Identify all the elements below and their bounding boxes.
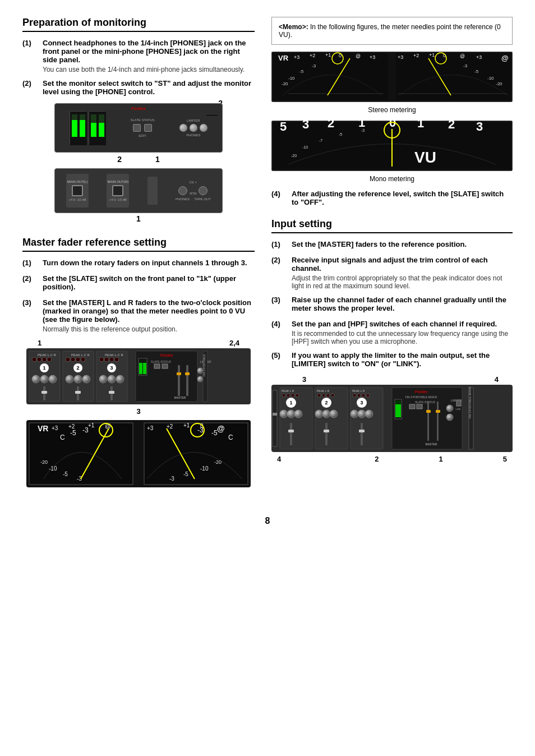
svg-text:+3: +3	[52, 425, 58, 431]
item-num: (1)	[22, 39, 38, 47]
svg-text:PEAK L R: PEAK L R	[317, 389, 330, 393]
svg-rect-150	[273, 390, 277, 446]
svg-rect-7	[91, 123, 96, 137]
callout-2b: 2	[117, 155, 122, 164]
input-bottom-callouts: 4 2 1 5	[271, 455, 513, 463]
svg-text:PEAK L C R: PEAK L C R	[38, 353, 56, 357]
svg-point-182	[362, 394, 365, 397]
svg-text:-5: -5	[70, 429, 76, 437]
svg-text:-5: -5	[339, 132, 342, 136]
limiter-label: LIMITER	[187, 119, 200, 122]
svg-point-47	[116, 375, 124, 383]
svg-text:3: 3	[110, 365, 113, 371]
svg-text:+2: +2	[413, 53, 419, 58]
phones-jack-label: PHONES	[176, 197, 190, 201]
svg-text:PEAK L C R: PEAK L C R	[71, 353, 90, 357]
item-num: (3)	[271, 296, 287, 304]
tape-out-jack	[199, 186, 207, 195]
meter-display-2	[89, 111, 105, 145]
callout-in-1: 1	[439, 455, 443, 463]
svg-text:1: 1	[417, 121, 424, 130]
mixer-side-diagram: MAIN OUT(L) +4 0 -10 dB MAIN OUT(R) +4 0…	[49, 168, 228, 223]
callout-row-1: 2 1	[49, 155, 228, 164]
item-body: You can use both the 1/4-inch and mini-p…	[43, 66, 255, 73]
item-num: (4)	[271, 320, 287, 328]
callout-3-row: 3	[26, 407, 251, 416]
svg-rect-163	[290, 423, 292, 445]
meter-area	[70, 111, 105, 145]
svg-point-157	[296, 394, 299, 397]
switch-row	[133, 124, 152, 132]
svg-point-20	[40, 375, 48, 383]
step4-num: (4)	[271, 190, 287, 198]
svg-rect-62	[185, 372, 190, 375]
svg-text:-3: -3	[197, 426, 204, 434]
svg-text:+3: +3	[370, 54, 375, 60]
list-item: (1) Connect headphones to the 1/4-inch […	[22, 39, 255, 73]
svg-point-16	[47, 357, 52, 362]
jack-row: RTN	[178, 186, 207, 195]
memo-label: <Memo>:	[279, 23, 308, 31]
slate-switch	[133, 124, 141, 132]
svg-text:-10: -10	[302, 145, 308, 149]
item-title: If you want to apply the limiter to the …	[292, 351, 513, 368]
main-out-l-label: MAIN OUT(L)	[67, 180, 88, 183]
knob1	[179, 124, 187, 132]
svg-text:+1: +1	[325, 52, 331, 58]
svg-rect-36	[75, 391, 81, 394]
svg-point-167	[317, 394, 321, 397]
svg-text:-3: -3	[463, 63, 468, 68]
item-num: (3)	[22, 298, 38, 307]
svg-text:-3: -3	[361, 128, 365, 132]
svg-text:-5: -5	[299, 69, 304, 74]
knob2	[190, 124, 197, 132]
svg-text:FM-3 PORTABLE: FM-3 PORTABLE	[202, 354, 206, 376]
mono-meter-svg: 5 3 2 1 0 1 2 3 VU -20 -10 -7 -5	[271, 121, 513, 171]
item-num: (2)	[271, 256, 287, 264]
svg-point-161	[287, 410, 295, 418]
section-master-fader: Master fader reference setting (1) Turn …	[22, 237, 255, 489]
svg-rect-190	[359, 430, 365, 432]
svg-point-32	[66, 375, 73, 383]
phones-jack	[178, 186, 187, 195]
svg-rect-196	[395, 404, 398, 417]
memo-text: In the following figures, the meter need…	[279, 23, 501, 39]
svg-text:+3: +3	[398, 54, 403, 60]
callout-1b-row: 1	[49, 214, 228, 223]
right-controls: LIMITER PHONES	[179, 119, 207, 137]
svg-text:-10: -10	[200, 465, 209, 472]
svg-text:+1: +1	[183, 422, 190, 428]
callout-in-4b: 4	[277, 455, 281, 463]
svg-point-45	[99, 375, 107, 383]
item-num: (1)	[22, 259, 38, 267]
svg-text:-5: -5	[474, 69, 479, 74]
svg-rect-200	[409, 404, 415, 409]
svg-point-66	[197, 376, 203, 382]
slate-label: SLATE STATUS	[130, 118, 154, 122]
svg-text:PEAK L R: PEAK L R	[282, 389, 294, 393]
svg-rect-4	[80, 120, 85, 137]
step4-title: After adjusting the reference level, swi…	[292, 190, 513, 206]
svg-text:2: 2	[328, 121, 334, 130]
svg-text:VR: VR	[38, 424, 48, 433]
side-output-r: MAIN OUT(R) +4 0 -10 dB	[107, 174, 129, 208]
svg-text:@: @	[460, 53, 465, 59]
stereo-meter-container: VR +3 +2 +1 0 @ +3 @ +3 +2 +1 0	[271, 52, 513, 114]
svg-point-188	[365, 410, 373, 418]
svg-rect-151	[273, 413, 277, 416]
svg-point-175	[330, 410, 338, 418]
rtn-label: RTN	[190, 192, 196, 195]
callout-line-2	[206, 115, 218, 116]
callout-in-2: 2	[375, 455, 379, 463]
svg-point-183	[366, 394, 370, 397]
xlr-out-l	[72, 185, 83, 196]
svg-rect-198	[398, 404, 401, 417]
svg-text:FM-3 PORTABLE MIXER: FM-3 PORTABLE MIXER	[405, 395, 437, 399]
mixer-top-diagram: 2 Fostex	[49, 103, 228, 164]
knob3	[200, 124, 207, 132]
list-item: (4) Set the pan and [HPF] switches of ea…	[271, 320, 513, 345]
svg-point-14	[37, 357, 41, 362]
svg-text:PEAK L R: PEAK L R	[352, 389, 365, 393]
list-item: (2) Set the monitor select switch to "ST…	[22, 79, 255, 98]
svg-point-34	[82, 375, 90, 383]
